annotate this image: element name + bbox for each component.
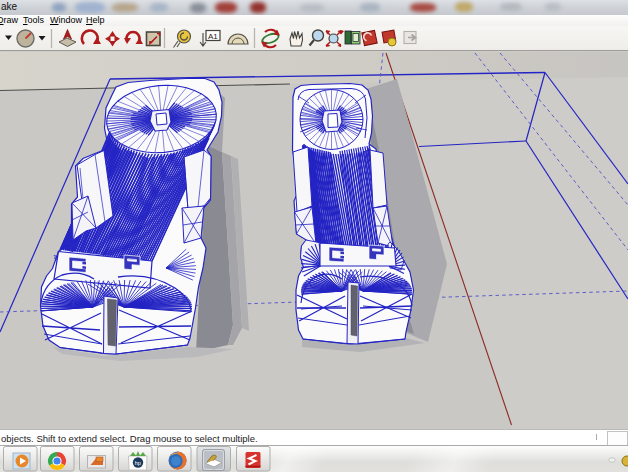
svg-text:hp: hp — [135, 460, 141, 466]
